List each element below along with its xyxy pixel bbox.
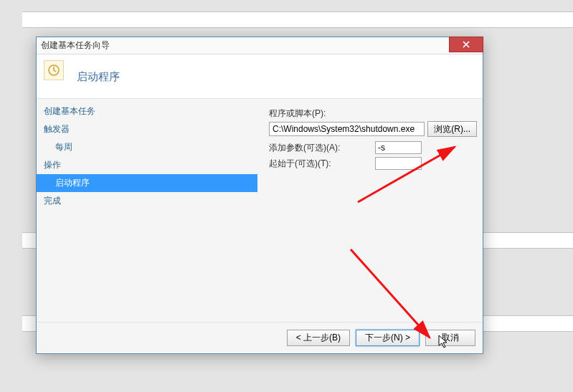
- sidebar-item[interactable]: 启动程序: [37, 174, 257, 192]
- startin-input[interactable]: [375, 157, 422, 170]
- close-icon: [463, 41, 470, 48]
- bg-stripe: [22, 11, 573, 28]
- wizard-footer: < 上一步(B) 下一步(N) > 取消: [37, 322, 483, 353]
- sidebar-item[interactable]: 每周: [37, 138, 257, 156]
- back-button[interactable]: < 上一步(B): [287, 330, 350, 346]
- sidebar-item[interactable]: 操作: [37, 156, 257, 174]
- wizard-sidebar: 创建基本任务触发器每周操作启动程序完成: [37, 99, 257, 322]
- sidebar-item[interactable]: 创建基本任务: [37, 102, 257, 120]
- wizard-header: 启动程序: [37, 54, 483, 99]
- wizard-header-title: 启动程序: [77, 70, 120, 84]
- sidebar-item[interactable]: 完成: [37, 192, 257, 210]
- wizard-icon: [44, 60, 64, 80]
- args-label: 添加参数(可选)(A):: [269, 142, 375, 154]
- script-input[interactable]: [269, 122, 425, 136]
- titlebar: 创建基本任务向导: [37, 37, 483, 54]
- next-button[interactable]: 下一步(N) >: [356, 330, 420, 346]
- close-button[interactable]: [449, 37, 483, 52]
- cancel-button[interactable]: 取消: [425, 330, 475, 346]
- startin-label: 起始于(可选)(T):: [269, 158, 375, 170]
- args-input[interactable]: [375, 141, 422, 154]
- wizard-body: 创建基本任务触发器每周操作启动程序完成 程序或脚本(P): 浏览(R)... 添…: [37, 99, 483, 322]
- script-label: 程序或脚本(P):: [269, 107, 477, 120]
- dialog-title: 创建基本任务向导: [41, 39, 110, 52]
- browse-button[interactable]: 浏览(R)...: [427, 121, 477, 137]
- wizard-dialog: 创建基本任务向导 启动程序 创建基本任务触发器每周操作启动程序完成 程序或脚本(…: [36, 37, 483, 354]
- wizard-content: 程序或脚本(P): 浏览(R)... 添加参数(可选)(A): 起始于(可选)(…: [257, 99, 483, 322]
- sidebar-item[interactable]: 触发器: [37, 120, 257, 138]
